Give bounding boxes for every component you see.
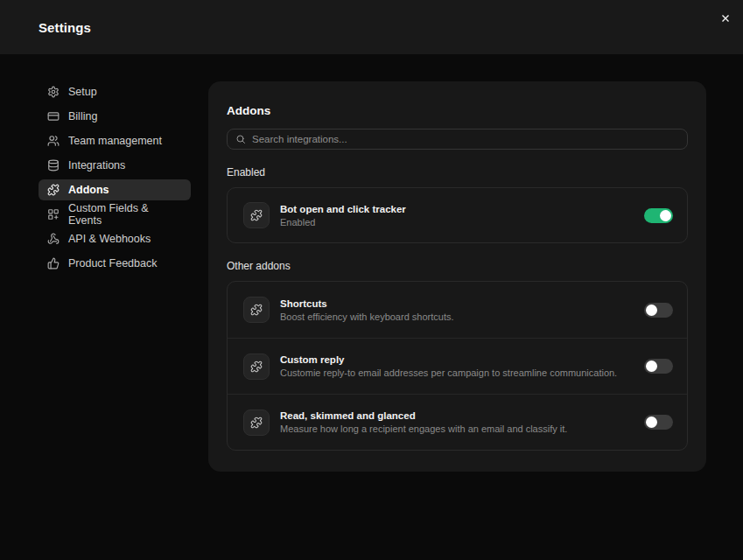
addon-row-shortcuts: Shortcuts Boost efficiency with keyboard…: [228, 282, 687, 338]
sidebar-item-label: Product Feedback: [68, 257, 157, 270]
section-label-other-addons: Other addons: [227, 260, 688, 272]
puzzle-icon: [250, 209, 263, 221]
puzzle-icon: [250, 360, 263, 373]
close-button[interactable]: [713, 9, 738, 28]
settings-body: Setup Billing Team management Integratio…: [0, 54, 743, 472]
puzzle-icon: [250, 304, 263, 316]
search-input[interactable]: [252, 134, 679, 144]
puzzle-icon: [47, 184, 60, 196]
addon-row-custom-reply: Custom reply Customie reply-to email add…: [228, 338, 687, 394]
sidebar-item-setup[interactable]: Setup: [39, 81, 191, 102]
toggle-bot-open-click-tracker[interactable]: [644, 208, 673, 223]
addon-tile: [243, 297, 270, 323]
credit-card-icon: [47, 110, 60, 122]
sidebar-item-billing[interactable]: Billing: [39, 106, 191, 127]
addon-title: Bot open and click tracker: [280, 204, 632, 214]
toggle-knob: [646, 304, 657, 316]
puzzle-icon: [250, 416, 263, 429]
grid-plus-icon: [47, 208, 60, 220]
addon-row-bot-open-click-tracker: Bot open and click tracker Enabled: [228, 188, 687, 242]
sidebar-item-label: Addons: [68, 184, 109, 196]
addon-tile: [243, 202, 270, 228]
toggle-shortcuts[interactable]: [644, 303, 673, 318]
settings-header: Settings: [0, 0, 743, 54]
section-label-enabled: Enabled: [227, 166, 688, 178]
toggle-read-skimmed-glanced[interactable]: [644, 415, 673, 430]
toggle-knob: [660, 210, 671, 221]
other-addons-group: Shortcuts Boost efficiency with keyboard…: [227, 281, 688, 451]
webhook-icon: [47, 233, 60, 245]
sidebar-item-custom-fields-events[interactable]: Custom Fields & Events: [39, 204, 191, 225]
sidebar-item-label: Team management: [68, 135, 162, 147]
addons-panel: Addons Enabled Bot open and click tracke…: [208, 81, 706, 472]
panel-title: Addons: [227, 104, 688, 117]
sidebar-item-integrations[interactable]: Integrations: [39, 155, 191, 176]
sidebar-item-label: Billing: [68, 110, 97, 122]
sidebar-item-label: Custom Fields & Events: [68, 202, 182, 227]
addon-text: Shortcuts Boost efficiency with keyboard…: [280, 298, 632, 322]
search-box[interactable]: [227, 129, 688, 150]
sidebar-item-label: Integrations: [68, 159, 125, 172]
addon-row-read-skimmed-glanced: Read, skimmed and glanced Measure how lo…: [228, 394, 687, 450]
addon-subtitle: Customie reply-to email addresses per ca…: [280, 368, 632, 378]
addon-subtitle: Measure how long a recipient engages wit…: [280, 424, 632, 434]
sidebar-item-team-management[interactable]: Team management: [39, 130, 191, 151]
addon-text: Bot open and click tracker Enabled: [280, 204, 632, 228]
toggle-knob: [646, 416, 657, 428]
database-icon: [47, 159, 60, 172]
sidebar-item-label: Setup: [68, 86, 97, 98]
users-icon: [47, 135, 60, 147]
addon-text: Read, skimmed and glanced Measure how lo…: [280, 410, 632, 434]
addon-title: Read, skimmed and glanced: [280, 410, 632, 421]
addon-title: Shortcuts: [280, 298, 632, 309]
addon-tile: [243, 410, 270, 436]
toggle-custom-reply[interactable]: [644, 359, 673, 374]
settings-sidebar: Setup Billing Team management Integratio…: [39, 54, 191, 277]
sidebar-item-product-feedback[interactable]: Product Feedback: [39, 253, 191, 274]
gear-icon: [47, 86, 60, 98]
addon-subtitle: Boost efficiency with keyboard shortcuts…: [280, 312, 632, 322]
close-icon: [719, 12, 732, 24]
thumbs-up-icon: [47, 257, 60, 270]
addon-subtitle: Enabled: [280, 217, 632, 228]
addon-text: Custom reply Customie reply-to email add…: [280, 354, 632, 378]
enabled-addons-group: Bot open and click tracker Enabled: [227, 187, 688, 243]
sidebar-item-label: API & Webhooks: [68, 233, 151, 245]
toggle-knob: [646, 360, 657, 372]
addon-title: Custom reply: [280, 354, 632, 365]
sidebar-item-api-webhooks[interactable]: API & Webhooks: [39, 228, 191, 249]
addon-tile: [243, 354, 270, 380]
search-icon: [235, 134, 246, 144]
page-title: Settings: [39, 20, 91, 35]
sidebar-item-addons[interactable]: Addons: [39, 179, 191, 200]
